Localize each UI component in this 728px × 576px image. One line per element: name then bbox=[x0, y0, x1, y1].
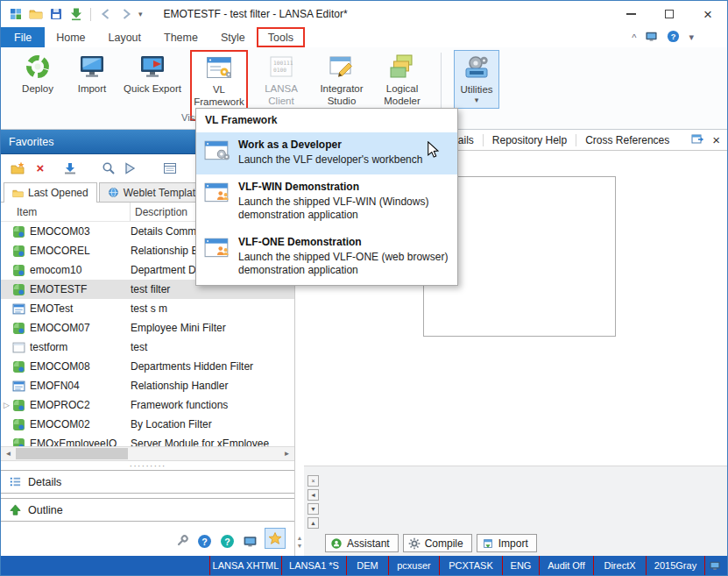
tab-tools[interactable]: Tools bbox=[257, 27, 305, 47]
pager-up-icon[interactable]: ▲ bbox=[297, 535, 303, 541]
tab-home[interactable]: Home bbox=[45, 27, 96, 47]
scrollbar-thumb[interactable] bbox=[16, 448, 128, 459]
dock-left-icon[interactable]: ◄ bbox=[307, 489, 319, 501]
menu-header: VL Framework bbox=[196, 109, 457, 132]
ribbon-options-dropdown-icon[interactable]: ▾ bbox=[689, 32, 694, 43]
display-settings-icon[interactable] bbox=[645, 30, 658, 45]
form-icon bbox=[12, 302, 25, 316]
table-row[interactable]: EMOCOM02 By Location Filter bbox=[1, 415, 294, 434]
import-window-icon bbox=[482, 537, 494, 550]
compile-gear-icon bbox=[408, 537, 421, 550]
tab-repository-help[interactable]: Repository Help bbox=[483, 134, 576, 146]
maximize-button[interactable] bbox=[650, 1, 689, 27]
dock-up-icon[interactable]: ▲ bbox=[307, 517, 319, 529]
tab-compile-label: Compile bbox=[425, 537, 463, 550]
table-row[interactable]: ▷ EMOPROC2 Framework functions bbox=[1, 395, 294, 415]
minimize-button[interactable] bbox=[611, 1, 650, 27]
status-segment[interactable]: ENG bbox=[502, 556, 539, 575]
logical-modeler-button[interactable]: Logical Modeler bbox=[378, 50, 427, 108]
status-panel-icon[interactable] bbox=[709, 556, 727, 575]
collapse-ribbon-icon[interactable]: ^ bbox=[632, 32, 636, 43]
list-view-icon[interactable] bbox=[162, 160, 178, 176]
status-segment[interactable]: LANSA1 *S bbox=[281, 556, 346, 575]
scroll-right-icon[interactable]: ► bbox=[279, 447, 294, 460]
horizontal-scrollbar[interactable]: ◄ ► bbox=[1, 446, 294, 461]
tab-last-opened[interactable]: Last Opened bbox=[4, 182, 97, 203]
status-segment[interactable]: DEM bbox=[346, 556, 388, 575]
tab-file[interactable]: File bbox=[1, 27, 45, 47]
expand-chevron-icon[interactable]: ▷ bbox=[1, 401, 12, 409]
delete-icon[interactable]: × bbox=[32, 160, 48, 176]
new-folder-icon[interactable] bbox=[10, 160, 25, 176]
undock-icon[interactable] bbox=[690, 132, 704, 148]
search-icon[interactable] bbox=[101, 160, 117, 176]
quick-export-button[interactable]: Quick Export bbox=[124, 50, 181, 96]
menu-item-work-as-developer[interactable]: Work as a Developer Launch the VLF devel… bbox=[196, 132, 457, 174]
dock-close-icon[interactable]: × bbox=[307, 475, 319, 487]
screen-icon[interactable] bbox=[242, 533, 258, 549]
tab-theme[interactable]: Theme bbox=[152, 27, 209, 47]
dock-down-icon[interactable]: ▼ bbox=[307, 503, 319, 515]
run-icon[interactable] bbox=[122, 160, 138, 176]
reusable-part-icon bbox=[12, 437, 25, 447]
table-row[interactable]: EMOxEmployeeIO Server Module for xEmploy… bbox=[1, 434, 294, 446]
row-item-name: EMOCOM07 bbox=[30, 322, 126, 334]
status-segment[interactable]: 2015Gray bbox=[646, 556, 705, 575]
utilities-button[interactable]: Utilities ▾ bbox=[454, 50, 499, 109]
import-button[interactable]: Import bbox=[69, 50, 115, 96]
close-icon[interactable]: × bbox=[712, 133, 720, 146]
details-panel-bar[interactable]: Details bbox=[1, 470, 294, 494]
assistant-help-icon[interactable] bbox=[219, 533, 235, 549]
lansa-client-button[interactable]: 100111 0100 LANSA Client bbox=[257, 50, 306, 108]
scrollbar-track[interactable] bbox=[16, 447, 279, 460]
back-icon[interactable] bbox=[98, 7, 113, 22]
pager-down-icon[interactable]: ▼ bbox=[297, 543, 303, 549]
favorites-star-button[interactable] bbox=[265, 528, 286, 549]
deploy-button[interactable]: Deploy bbox=[15, 50, 60, 96]
menu-item-vlf-one-demo[interactable]: VLF-ONE Demonstration Launch the shipped… bbox=[196, 230, 457, 285]
status-segment[interactable]: LANSA XHTML bbox=[209, 556, 281, 575]
menu-item-vlf-win-demo[interactable]: VLF-WIN Demonstration Launch the shipped… bbox=[196, 174, 457, 230]
tab-import[interactable]: Import bbox=[477, 534, 537, 552]
outline-panel-bar[interactable]: Outline bbox=[1, 498, 294, 522]
import-to-favorites-icon[interactable] bbox=[62, 160, 78, 176]
splitter-pager[interactable]: ▲ ▼ bbox=[295, 535, 304, 549]
table-row[interactable]: EMOTest test s m bbox=[1, 299, 294, 318]
menu-item-text: VLF-WIN Demonstration Launch the shipped… bbox=[238, 181, 450, 223]
column-header-description[interactable]: Description bbox=[131, 206, 187, 218]
status-segment[interactable]: DirectX bbox=[593, 556, 646, 575]
tab-style[interactable]: Style bbox=[209, 27, 257, 47]
tab-layout[interactable]: Layout bbox=[97, 27, 153, 47]
table-row[interactable]: EMOCOM08 Departments Hidden Filter bbox=[1, 357, 294, 376]
status-segment[interactable]: Audit Off bbox=[539, 556, 593, 575]
reusable-part-icon bbox=[12, 264, 25, 277]
column-header-item[interactable]: Item bbox=[1, 203, 131, 221]
tab-assistant[interactable]: Assistant bbox=[325, 534, 399, 552]
settings-wrench-icon[interactable] bbox=[173, 533, 189, 549]
quick-access-dropdown-icon[interactable]: ▾ bbox=[138, 10, 143, 18]
check-in-icon[interactable] bbox=[68, 7, 83, 22]
scroll-left-icon[interactable]: ◄ bbox=[1, 447, 16, 460]
reusable-part-icon bbox=[12, 283, 25, 296]
integrator-studio-button[interactable]: Integrator Studio bbox=[315, 50, 369, 108]
table-row[interactable]: EMOCOM07 Employee Mini Filter bbox=[1, 318, 294, 338]
forward-icon[interactable] bbox=[118, 7, 133, 22]
table-row[interactable]: testform test bbox=[1, 338, 294, 357]
row-item-description: test s m bbox=[126, 302, 294, 315]
integrator-studio-icon bbox=[328, 53, 356, 81]
status-segment[interactable]: pcxuser bbox=[388, 556, 439, 575]
table-row[interactable]: EMOFN04 Relationship Handler bbox=[1, 376, 294, 395]
splitter-grip[interactable]: ········· bbox=[1, 461, 294, 470]
help-icon[interactable] bbox=[196, 533, 212, 549]
open-icon[interactable] bbox=[28, 7, 43, 22]
tab-cross-references[interactable]: Cross References bbox=[576, 134, 678, 146]
tab-compile[interactable]: Compile bbox=[403, 534, 472, 552]
help-icon[interactable] bbox=[667, 30, 680, 45]
app-icon[interactable] bbox=[8, 7, 23, 22]
divider bbox=[90, 8, 91, 21]
window-title: EMOTESTF - test filter - LANSA Editor* bbox=[164, 8, 348, 20]
logical-modeler-icon bbox=[388, 53, 416, 81]
save-icon[interactable] bbox=[48, 7, 63, 22]
close-button[interactable]: × bbox=[689, 1, 727, 27]
status-segment[interactable]: PCXTASK bbox=[439, 556, 502, 575]
